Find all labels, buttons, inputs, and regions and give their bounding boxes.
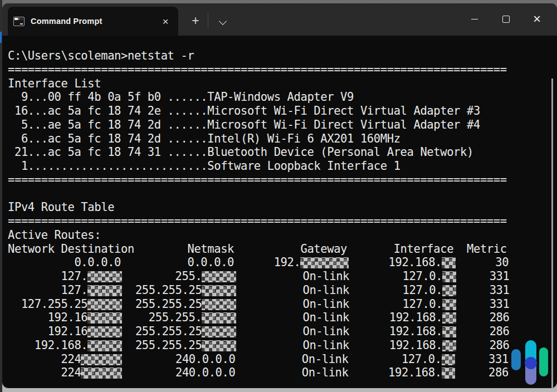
terminal-line: 9...00 ff 4b 0a 5f b0 ......TAP-Windows …	[8, 90, 557, 104]
redacted-pixelation	[202, 326, 236, 337]
new-tab-button[interactable]: +	[185, 11, 206, 31]
tab-title: Command Prompt	[31, 17, 158, 26]
terminal-line: 5...ae 5a fc 18 74 2d ......Microsoft Wi…	[8, 118, 557, 132]
redacted-pixelation	[87, 271, 122, 282]
terminal-line: ========================================…	[8, 173, 557, 187]
tab-command-prompt[interactable]: Command Prompt ×	[8, 7, 178, 36]
minimize-icon	[471, 19, 478, 19]
terminal-line: 192.16 255.255. On-link 192.168. 286	[8, 311, 557, 325]
redacted-pixelation	[87, 285, 122, 296]
tab-dropdown-button[interactable]	[213, 11, 233, 31]
tab-separator	[208, 13, 208, 28]
redacted-pixelation	[442, 312, 456, 324]
redacted-pixelation	[202, 340, 236, 351]
redacted-pixelation	[202, 299, 236, 310]
terminal-line: 0.0.0.0 0.0.0.0 192. 192.168. 30	[8, 256, 557, 270]
terminal-window: Command Prompt × + × C:\Users\scoleman>n…	[2, 3, 557, 388]
redacted-pixelation	[87, 299, 122, 310]
redacted-pixelation	[442, 326, 456, 337]
terminal-line: 21...ac 5a fc 18 74 31 ......Bluetooth D…	[8, 145, 557, 159]
redacted-pixelation	[81, 367, 122, 379]
redacted-pixelation	[87, 312, 122, 324]
redacted-pixelation	[300, 257, 348, 268]
terminal-line	[8, 187, 557, 201]
redacted-pixelation	[202, 312, 236, 324]
redacted-pixelation	[202, 285, 236, 296]
terminal-line: 127. 255.255.25 On-link 127.0. 331	[8, 283, 557, 297]
window-controls: ×	[459, 3, 553, 35]
maximize-icon	[502, 16, 510, 23]
terminal-output[interactable]: C:\Users\scoleman>netstat -r============…	[6, 36, 557, 388]
terminal-line: Active Routes:	[8, 228, 557, 242]
redacted-pixelation	[442, 340, 456, 351]
minimize-button[interactable]	[459, 3, 490, 35]
background-edge-accent	[0, 32, 2, 43]
terminal-line: Interface List	[8, 77, 557, 91]
terminal-line: 192.168. 255.255.25 On-link 192.168. 286	[8, 339, 557, 352]
chevron-down-icon	[219, 17, 227, 25]
redacted-pixelation	[87, 326, 122, 337]
terminal-line: ========================================…	[8, 214, 557, 228]
terminal-line: 1...........................Software Loo…	[8, 159, 557, 173]
scrollbar-thumb[interactable]	[551, 79, 553, 388]
close-button[interactable]: ×	[521, 3, 553, 35]
redacted-pixelation	[202, 271, 236, 282]
terminal-line: C:\Users\scoleman>netstat -r	[8, 49, 557, 63]
terminal-line: IPv4 Route Table	[8, 200, 557, 214]
terminal-line: 224 240.0.0.0 On-link 192.168. 286	[8, 366, 557, 380]
redacted-pixelation	[442, 354, 456, 365]
title-bar[interactable]: Command Prompt × + ×	[2, 3, 557, 36]
terminal-line: Network Destination Netmask Gateway Inte…	[8, 242, 557, 256]
redacted-pixelation	[442, 299, 456, 310]
redacted-pixelation	[442, 271, 456, 282]
redacted-pixelation	[442, 285, 456, 296]
terminal-line: 192.16 255.255.25 On-link 192.168. 286	[8, 325, 557, 339]
redacted-pixelation	[442, 367, 456, 379]
command-prompt-icon	[13, 17, 25, 26]
terminal-line: ========================================…	[8, 63, 557, 77]
maximize-button[interactable]	[490, 3, 521, 35]
redacted-pixelation	[87, 340, 122, 351]
close-icon: ×	[533, 13, 541, 25]
redacted-pixelation	[81, 354, 122, 365]
tab-close-icon[interactable]: ×	[158, 16, 173, 27]
redacted-pixelation	[442, 257, 456, 268]
terminal-line: 127. 255. On-link 127.0. 331	[8, 270, 557, 283]
terminal-line: 127.255.25 255.255.25 On-link 127.0. 331	[8, 297, 557, 311]
terminal-line: 6...ac 5a fc 18 74 2d ......Intel(R) Wi-…	[8, 132, 557, 146]
terminal-line: 224 240.0.0.0 On-link 127.0. 331	[8, 352, 557, 366]
terminal-line: 16...ac 5a fc 18 74 2e ......Microsoft W…	[8, 104, 557, 118]
